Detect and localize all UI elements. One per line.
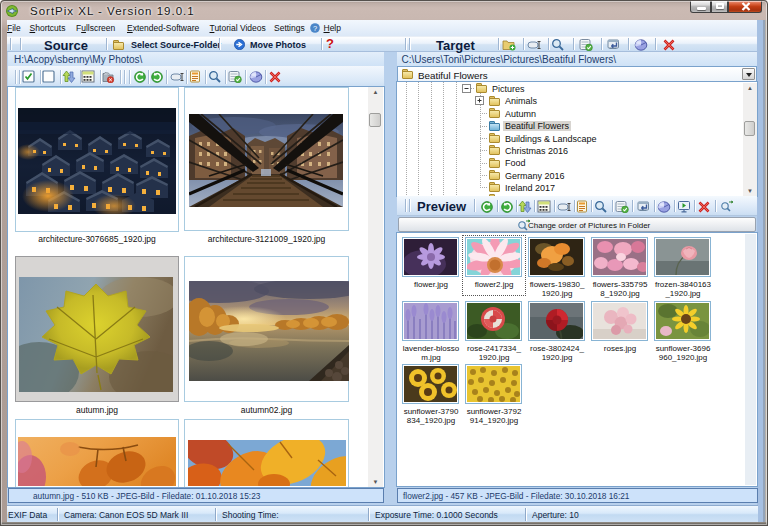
svg-text:?: ? bbox=[313, 24, 317, 33]
